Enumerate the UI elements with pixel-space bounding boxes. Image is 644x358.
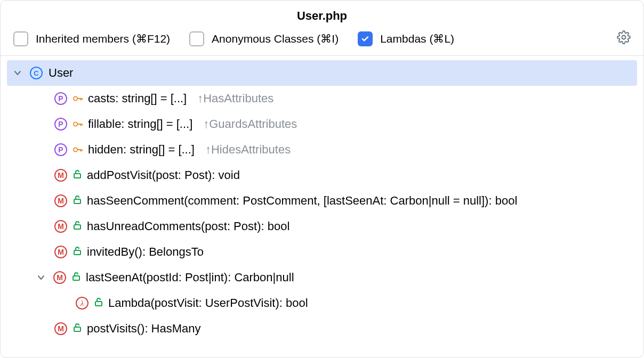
tree-node-method[interactable]: M lastSeenAt(postId: Post|int): Carbon|n… (7, 265, 637, 290)
svg-point-0 (622, 36, 626, 39)
svg-point-2 (74, 122, 77, 126)
structure-popup: User.php Inherited members (⌘F12) Anonym… (0, 0, 644, 358)
svg-rect-10 (74, 327, 80, 331)
structure-tree: C User P casts: string[] = [...] ↑HasAtt… (1, 56, 643, 341)
member-signature: fillable: string[] = [...] (88, 117, 192, 131)
tree-node-lambda[interactable]: λ Lambda(postVisit: UserPostVisit): bool (7, 290, 637, 316)
key-icon (73, 146, 83, 153)
svg-rect-5 (74, 199, 80, 204)
svg-rect-9 (95, 302, 102, 306)
svg-point-1 (74, 96, 77, 100)
tree-node-property[interactable]: P fillable: string[] = [...] ↑GuardsAttr… (7, 111, 637, 137)
lambdas-label: Lambdas (⌘L) (380, 32, 454, 45)
tree-node-method[interactable]: M invitedBy(): BelongsTo (7, 239, 637, 265)
expand-caret[interactable] (11, 67, 24, 79)
expand-caret[interactable] (35, 271, 47, 284)
inherited-label: Inherited members (⌘F12) (36, 32, 170, 45)
class-name: User (49, 66, 73, 80)
toolbar: Inherited members (⌘F12) Anonymous Class… (1, 30, 643, 56)
method-icon: M (54, 194, 68, 208)
window-title: User.php (1, 1, 643, 30)
svg-rect-6 (74, 225, 80, 229)
unlock-icon (94, 296, 103, 310)
class-icon: C (29, 66, 43, 80)
override-annotation: ↑HidesAttributes (205, 143, 291, 157)
tree-node-method[interactable]: M postVisits(): HasMany (7, 316, 637, 341)
unlock-icon (72, 271, 80, 284)
settings-button[interactable] (617, 30, 631, 47)
member-signature: lastSeenAt(postId: Post|int): Carbon|nul… (86, 271, 294, 284)
method-icon: M (54, 245, 68, 259)
tree-node-property[interactable]: P hidden: string[] = [...] ↑HidesAttribu… (7, 137, 637, 162)
member-signature: invitedBy(): BelongsTo (87, 245, 204, 259)
unlock-icon (73, 219, 82, 233)
key-icon (73, 95, 83, 102)
property-icon: P (54, 143, 68, 157)
lambdas-checkbox[interactable] (358, 31, 373, 46)
svg-point-3 (74, 148, 77, 151)
unlock-icon (73, 322, 82, 336)
svg-rect-7 (74, 250, 80, 255)
method-icon: M (54, 322, 68, 336)
anonymous-classes-toggle[interactable]: Anonymous Classes (⌘I) (189, 31, 339, 46)
anonymous-checkbox[interactable] (189, 31, 204, 46)
unlock-icon (73, 168, 82, 182)
member-signature: postVisits(): HasMany (87, 322, 201, 336)
member-signature: hidden: string[] = [...] (88, 143, 195, 157)
tree-node-method[interactable]: M hasSeenComment(comment: PostComment, [… (7, 188, 637, 214)
tree-node-method[interactable]: M hasUnreadComments(post: Post): bool (7, 214, 637, 239)
unlock-icon (73, 194, 82, 208)
override-annotation: ↑GuardsAttributes (203, 117, 297, 131)
member-signature: addPostVisit(post: Post): void (87, 168, 240, 182)
member-signature: hasUnreadComments(post: Post): bool (87, 219, 289, 233)
lambda-icon: λ (75, 296, 89, 310)
tree-node-method[interactable]: M addPostVisit(post: Post): void (7, 162, 637, 188)
member-signature: hasSeenComment(comment: PostComment, [la… (87, 194, 517, 208)
svg-rect-8 (73, 276, 79, 280)
inherited-members-toggle[interactable]: Inherited members (⌘F12) (13, 31, 170, 46)
property-icon: P (54, 117, 68, 131)
key-icon (73, 120, 83, 128)
member-signature: casts: string[] = [...] (88, 92, 187, 105)
member-signature: Lambda(postVisit: UserPostVisit): bool (108, 296, 308, 310)
override-annotation: ↑HasAttributes (197, 92, 273, 105)
svg-rect-4 (74, 174, 80, 178)
tree-node-class[interactable]: C User (7, 60, 637, 86)
unlock-icon (73, 245, 82, 259)
method-icon: M (53, 271, 67, 284)
lambdas-toggle[interactable]: Lambdas (⌘L) (358, 31, 454, 46)
property-icon: P (54, 92, 68, 105)
inherited-checkbox[interactable] (13, 31, 28, 46)
method-icon: M (54, 219, 68, 233)
method-icon: M (54, 168, 68, 182)
tree-node-property[interactable]: P casts: string[] = [...] ↑HasAttributes (7, 86, 637, 111)
anonymous-label: Anonymous Classes (⌘I) (212, 32, 339, 45)
